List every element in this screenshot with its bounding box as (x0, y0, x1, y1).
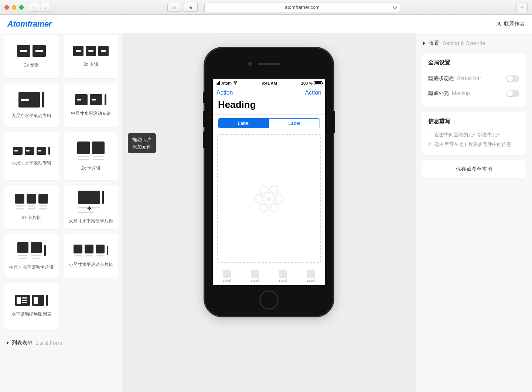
tab-icon (279, 270, 287, 278)
tab-bar: Label Label Label Label (213, 267, 325, 285)
forward-button[interactable]: › (41, 3, 51, 12)
component-label: 小尺寸水平滚动卡片辑 (69, 262, 113, 268)
tab-label: Label (279, 279, 287, 283)
tab-item-1[interactable]: Label (223, 270, 231, 283)
component-label: 小尺寸水平滚动专辑 (11, 160, 51, 166)
preview-icon (75, 94, 106, 105)
screen-heading[interactable]: Heading (213, 98, 325, 115)
component-small-hscroll-cards[interactable]: 小尺寸水平滚动卡片辑 (64, 234, 118, 278)
component-3x-album[interactable]: 3x 专辑 (64, 35, 118, 78)
bookmark-buttons: ☆ ★ (167, 3, 198, 12)
mockup-toggle[interactable] (506, 90, 519, 97)
save-screenshot-button[interactable]: 保存截图至本地 (422, 160, 526, 178)
preview-icon (18, 92, 44, 108)
battery-label: 100 % (301, 81, 313, 85)
component-label: 大尺寸水平滚动卡片辑 (69, 218, 113, 224)
segment-1[interactable]: Label (218, 119, 269, 128)
component-label: 中尺寸水平滚动卡片辑 (9, 264, 54, 270)
phone-screen[interactable]: Atom 9:41 AM 100 % Action Action Hea (213, 79, 325, 285)
tab-icon (223, 270, 231, 278)
info-override-card: 信息重写 #点击中间区域的元件以选中元件 #选中后可在此卡片更改元件中的信息 (422, 112, 526, 155)
section-list-form[interactable]: 列表表单 List & Form (4, 335, 118, 350)
segmented-control[interactable]: Label Label (218, 118, 320, 128)
component-large-hscroll-cards[interactable]: 大尺寸水平滚动卡片辑 (64, 185, 118, 229)
drag-tooltip: 拖动卡片 添加元件 (128, 133, 156, 153)
preview-icon (13, 147, 50, 155)
close-window-button[interactable] (4, 5, 9, 10)
contact-author-link[interactable]: 联系作者 (496, 21, 525, 27)
tab-item-4[interactable]: Label (307, 270, 315, 283)
component-medium-hscroll-cards[interactable]: 中尺寸水平滚动卡片辑 (4, 234, 59, 278)
hint-2: #选中后可在此卡片更改元件中的信息 (428, 140, 519, 149)
svg-point-1 (235, 84, 236, 85)
phone-speaker (258, 63, 280, 65)
address-bar[interactable]: atomframer.com ⟳ (204, 3, 400, 12)
settings-header-en: Setting & Override (443, 40, 485, 46)
contact-label: 联系作者 (504, 21, 525, 27)
tab-item-3[interactable]: Label (279, 270, 287, 283)
preview-icon (74, 245, 108, 256)
preview-icon (15, 295, 48, 306)
url-text: atomframer.com (285, 4, 320, 10)
bookmark-button[interactable]: ★ (184, 3, 198, 12)
nav-action-left[interactable]: Action (216, 89, 233, 96)
component-large-hscroll-album[interactable]: 大尺寸水平滚动专辑 (4, 83, 59, 127)
section-label-cn: 列表表单 (12, 340, 33, 346)
battery-icon (314, 81, 322, 85)
app-header: Atomframer 联系作者 (0, 15, 532, 33)
settings-header[interactable]: 设置 Setting & Override (422, 38, 526, 48)
caret-right-icon (423, 41, 425, 45)
section-label-en: List & Form (35, 340, 62, 346)
preview-icon (73, 46, 109, 56)
power-button (333, 111, 335, 133)
component-sidebar: 2x 专辑 3x 专辑 大尺寸水平滚动专辑 中尺寸水 (0, 33, 123, 392)
component-medium-hscroll-album[interactable]: 中尺寸水平滚动专辑 (64, 83, 118, 127)
settings-header-cn: 设置 (429, 40, 439, 47)
caret-right-icon (7, 341, 9, 345)
maximize-window-button[interactable] (19, 5, 24, 10)
window-controls (4, 5, 24, 10)
component-label: 3x 专辑 (83, 61, 98, 68)
canvas-area[interactable]: 拖动卡片 添加元件 Atom (123, 33, 415, 392)
nav-action-right[interactable]: Action (305, 89, 321, 96)
new-tab-button[interactable]: + (516, 3, 528, 12)
tab-label: Label (223, 279, 231, 283)
component-2x-cards[interactable]: 2x 卡片辑 (64, 132, 118, 180)
phone-mockup: Atom 9:41 AM 100 % Action Action Hea (205, 48, 333, 316)
setting-hide-status-bar: 隐藏状态栏Status Bar (428, 71, 519, 86)
setting-label-cn: 隐藏状态栏 (428, 75, 454, 81)
info-override-title: 信息重写 (428, 118, 519, 125)
signal-icon (216, 81, 220, 85)
tab-label: Label (307, 279, 315, 283)
component-2x-album[interactable]: 2x 专辑 (4, 35, 59, 78)
minimize-window-button[interactable] (12, 5, 16, 10)
component-hscroll-thumb-list[interactable]: 水平滚动缩略图列表 (4, 283, 59, 329)
tooltip-line1: 拖动卡片 (132, 136, 151, 143)
atom-placeholder-icon (250, 180, 287, 217)
home-button (259, 290, 279, 310)
setting-label-cn: 隐藏外壳 (428, 90, 449, 96)
component-small-hscroll-album[interactable]: 小尺寸水平滚动专辑 (4, 132, 59, 180)
tab-label: Label (251, 279, 259, 283)
tab-icon (251, 270, 259, 278)
segment-2[interactable]: Label (269, 119, 320, 128)
component-label: 水平滚动缩略图列表 (11, 311, 51, 317)
user-icon (496, 21, 502, 27)
reload-icon[interactable]: ⟳ (393, 4, 398, 10)
tab-icon (307, 270, 315, 278)
tab-item-2[interactable]: Label (251, 270, 259, 283)
browser-chrome: ‹ › ☆ ★ atomframer.com ⟳ + (0, 0, 532, 15)
back-button[interactable]: ‹ (29, 3, 39, 12)
status-bar-toggle[interactable] (506, 75, 519, 82)
setting-label-en: Mockup (452, 90, 470, 96)
top-sites-button[interactable]: ☆ (167, 3, 181, 12)
global-settings-title: 全局设置 (428, 59, 519, 66)
component-dropzone[interactable] (217, 134, 321, 263)
main-layout: 2x 专辑 3x 专辑 大尺寸水平滚动专辑 中尺寸水 (0, 33, 532, 392)
component-3x-cards[interactable]: 3x 卡片辑 (4, 185, 59, 229)
carrier-label: Atom (221, 81, 232, 85)
component-label: 大尺寸水平滚动专辑 (11, 113, 51, 119)
setting-label-en: Status Bar (457, 75, 481, 81)
component-label: 2x 专辑 (24, 62, 39, 68)
app-logo: Atomframer (7, 19, 52, 29)
